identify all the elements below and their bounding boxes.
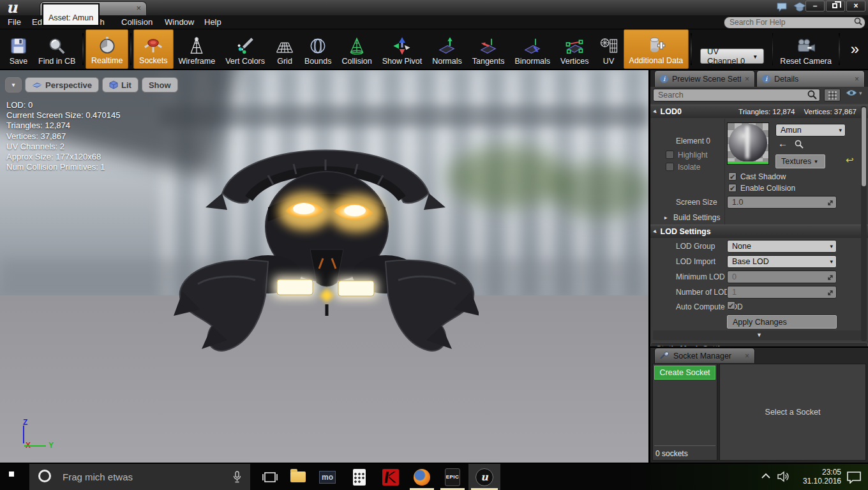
firefox-button[interactable] <box>407 464 437 490</box>
binormals-button[interactable]: Binormals <box>510 29 556 69</box>
viewport[interactable]: ▾ Perspective Lit Show LOD: 0 Current Sc… <box>0 70 648 463</box>
cast-shadow-checkbox[interactable]: ✔ <box>728 172 737 181</box>
cortana-search-input[interactable] <box>63 464 222 490</box>
normals-button[interactable]: Normals <box>427 29 467 69</box>
additional-data-button[interactable]: Additional Data <box>624 29 689 69</box>
tab-close-icon[interactable]: × <box>136 3 141 13</box>
reset-to-default-icon[interactable]: ↩ <box>846 154 854 166</box>
restore-button[interactable] <box>826 1 845 11</box>
details-expander[interactable]: ▼ <box>653 330 865 340</box>
property-matrix-button[interactable] <box>824 89 841 101</box>
chevron-right-icon[interactable]: ▸ <box>664 214 668 221</box>
tutorial-cap-icon[interactable] <box>793 2 806 12</box>
isolate-checkbox[interactable] <box>666 163 674 171</box>
unreal-engine-button[interactable]: u <box>468 464 500 490</box>
uv-button[interactable]: UV <box>594 29 624 69</box>
perspective-button[interactable]: Perspective <box>25 77 99 93</box>
minimize-button[interactable]: – <box>805 1 825 11</box>
viewport-stats: LOD: 0 Current Screen Size: 0.470145 Tri… <box>6 100 121 172</box>
wireframe-button[interactable]: Wireframe <box>174 29 221 69</box>
collision-button[interactable]: Collision <box>336 29 377 69</box>
lod0-header[interactable]: ▸ LOD0 Triangles: 12,874 Vertices: 37,86… <box>650 105 868 118</box>
titlebar[interactable]: u × – × <box>0 0 868 15</box>
socket-manager-panel: Socket Manager × Create Socket 0 sockets… <box>650 348 868 463</box>
microphone-icon[interactable] <box>233 471 241 483</box>
cortana-search[interactable] <box>29 464 250 490</box>
firefox-icon <box>414 469 430 486</box>
browse-icon[interactable] <box>795 140 804 149</box>
screen-size-value: 1.0 <box>732 198 743 207</box>
help-search-input[interactable] <box>724 17 865 29</box>
lit-button[interactable]: Lit <box>102 77 138 93</box>
material-dropdown[interactable]: Amun ▾ <box>775 124 846 137</box>
highlight-label: Highlight <box>678 151 708 160</box>
show-button[interactable]: Show <box>142 77 178 93</box>
menu-collision[interactable]: Collision <box>121 17 153 27</box>
sockets-button[interactable]: Sockets <box>133 29 173 69</box>
drag-value-icon <box>827 200 834 206</box>
tangents-button[interactable]: Tangents <box>467 29 510 69</box>
vert-colors-button[interactable]: Vert Colors <box>220 29 270 69</box>
lod0-triangles: Triangles: 12,874 <box>738 108 795 115</box>
textures-button[interactable]: Textures ▾ <box>775 154 825 168</box>
tab-close-icon[interactable]: × <box>745 75 749 84</box>
show-pivot-button[interactable]: Show Pivot <box>377 29 428 69</box>
red-app-button[interactable] <box>376 464 405 490</box>
number-of-lods-field[interactable]: 1 <box>727 286 837 299</box>
menu-window[interactable]: Window <box>165 17 194 27</box>
tab-details[interactable]: i Details × <box>756 70 865 87</box>
apply-changes-button[interactable]: Apply Changes <box>727 315 837 329</box>
lod0-title: LOD0 <box>661 107 682 116</box>
tray-chevron-up-icon[interactable] <box>761 473 771 479</box>
enable-collision-checkbox[interactable]: ✔ <box>728 184 737 192</box>
menu-help[interactable]: Help <box>204 17 221 27</box>
static-mesh-settings-header[interactable]: Static Mesh Setti <box>650 342 868 346</box>
viewport-options-button[interactable]: ▾ <box>5 77 22 93</box>
menu-file[interactable]: File <box>8 17 21 27</box>
minimum-lod-field[interactable]: 0 <box>727 271 837 283</box>
folder-icon <box>290 471 306 482</box>
clock[interactable]: 23:05 31.10.2016 <box>795 468 841 486</box>
feedback-bubble-icon[interactable] <box>776 2 788 12</box>
scrollbar-thumb[interactable] <box>862 107 866 186</box>
task-view-icon <box>262 471 278 483</box>
reset-camera-label: Reset Camera <box>780 57 832 66</box>
bounds-button[interactable]: Bounds <box>299 29 336 69</box>
material-thumbnail[interactable] <box>727 122 769 165</box>
chevron-down-icon: ▸ <box>652 108 659 115</box>
vertices-button[interactable]: Vertices <box>555 29 594 69</box>
task-view-button[interactable] <box>255 464 285 490</box>
details-search-input[interactable] <box>653 89 820 101</box>
tab-preview-scene-settings[interactable]: i Preview Scene Setti × <box>654 70 755 87</box>
tangents-label: Tangents <box>472 57 505 66</box>
screen-size-field[interactable]: 1.0 <box>727 196 837 209</box>
create-socket-button[interactable]: Create Socket <box>654 366 715 380</box>
lod-import-dropdown[interactable]: Base LOD ▾ <box>727 255 837 268</box>
grid-button[interactable]: Grid <box>270 29 299 69</box>
mo-app-button[interactable]: mo <box>313 464 342 490</box>
auto-compute-lod-checkbox[interactable]: ✔ <box>727 301 735 309</box>
use-selected-icon[interactable]: ← <box>778 138 788 149</box>
speaker-icon[interactable] <box>777 471 790 482</box>
close-button[interactable]: × <box>846 1 865 11</box>
epic-launcher-button[interactable]: EPIC <box>438 464 467 490</box>
calculator-button[interactable] <box>345 464 374 490</box>
tab-close-icon[interactable]: × <box>855 75 859 84</box>
details-scrollbar[interactable] <box>861 106 867 341</box>
tab-close-icon[interactable]: × <box>745 352 749 360</box>
uv-channel-dropdown[interactable]: UV Channel 0 ▾ <box>700 48 764 64</box>
toolbar-overflow-chevron-icon[interactable]: » <box>842 40 868 58</box>
highlight-checkbox[interactable] <box>666 151 674 159</box>
view-options-button[interactable]: ▾ <box>846 89 862 96</box>
find-in-cb-button[interactable]: Find in CB <box>33 29 80 69</box>
details-search-row: ▾ <box>650 87 868 103</box>
action-center-icon[interactable] <box>846 471 862 484</box>
start-button[interactable] <box>0 464 29 490</box>
file-explorer-button[interactable] <box>283 464 313 490</box>
realtime-button[interactable]: Realtime <box>86 29 128 69</box>
lod-group-dropdown[interactable]: None ▾ <box>727 240 837 253</box>
lod-settings-header[interactable]: ▸ LOD Settings <box>650 225 868 238</box>
tab-socket-manager[interactable]: Socket Manager × <box>654 348 755 363</box>
save-button[interactable]: Save <box>4 29 33 69</box>
reset-camera-button[interactable]: Reset Camera <box>775 29 837 69</box>
